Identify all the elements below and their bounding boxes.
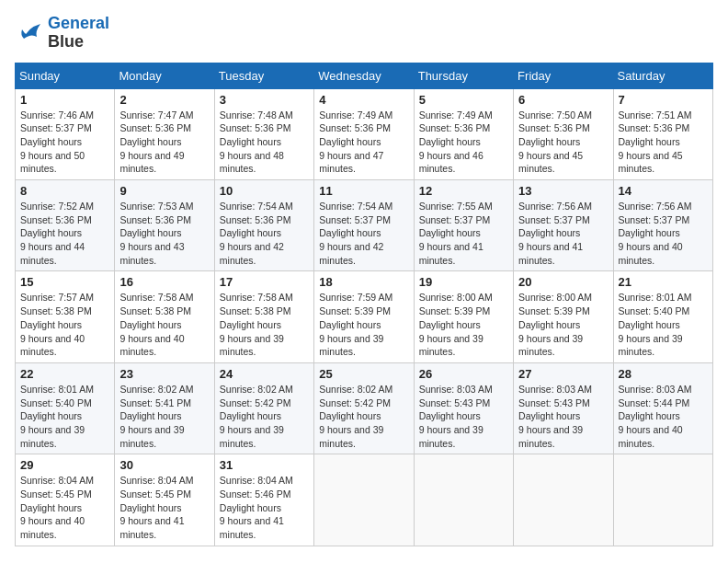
calendar-cell: 10 Sunrise: 7:54 AM Sunset: 5:36 PM Dayl… [214,180,313,271]
day-detail: Sunrise: 8:01 AM Sunset: 5:40 PM Dayligh… [20,383,109,450]
day-detail: Sunrise: 7:50 AM Sunset: 5:36 PM Dayligh… [518,109,608,176]
day-detail: Sunrise: 7:54 AM Sunset: 5:36 PM Dayligh… [220,200,309,267]
calendar-week-row: 22 Sunrise: 8:01 AM Sunset: 5:40 PM Dayl… [16,362,713,454]
day-number: 1 [20,93,109,107]
day-detail: Sunrise: 8:02 AM Sunset: 5:41 PM Dayligh… [119,383,209,450]
day-number: 30 [119,458,209,472]
logo-text: GeneralBlue [48,15,109,52]
day-detail: Sunrise: 7:51 AM Sunset: 5:36 PM Dayligh… [619,109,708,176]
day-detail: Sunrise: 7:56 AM Sunset: 5:37 PM Dayligh… [518,200,608,267]
day-number: 14 [619,184,708,198]
day-number: 12 [419,184,508,198]
calendar-cell: 19 Sunrise: 8:00 AM Sunset: 5:39 PM Dayl… [414,271,513,362]
day-detail: Sunrise: 7:54 AM Sunset: 5:37 PM Dayligh… [319,200,408,267]
calendar-cell: 3 Sunrise: 7:48 AM Sunset: 5:36 PM Dayli… [214,88,313,179]
day-number: 13 [518,184,608,198]
calendar-cell: 1 Sunrise: 7:46 AM Sunset: 5:37 PM Dayli… [16,88,115,179]
logo: GeneralBlue [15,15,109,52]
day-detail: Sunrise: 7:52 AM Sunset: 5:36 PM Dayligh… [20,200,109,267]
day-number: 17 [220,275,309,289]
calendar-week-row: 15 Sunrise: 7:57 AM Sunset: 5:38 PM Dayl… [16,271,713,362]
day-detail: Sunrise: 7:49 AM Sunset: 5:36 PM Dayligh… [319,109,408,176]
calendar-cell: 26 Sunrise: 8:03 AM Sunset: 5:43 PM Dayl… [414,362,513,454]
weekday-header: Tuesday [214,63,313,88]
calendar-cell: 16 Sunrise: 7:58 AM Sunset: 5:38 PM Dayl… [115,271,214,362]
day-detail: Sunrise: 7:58 AM Sunset: 5:38 PM Dayligh… [119,291,209,358]
calendar-cell: 28 Sunrise: 8:03 AM Sunset: 5:44 PM Dayl… [613,362,712,454]
weekday-header: Monday [115,63,214,88]
day-number: 31 [220,458,309,472]
day-number: 3 [220,93,309,107]
calendar-cell: 25 Sunrise: 8:02 AM Sunset: 5:42 PM Dayl… [314,362,414,454]
day-number: 21 [619,275,708,289]
calendar-cell: 23 Sunrise: 8:02 AM Sunset: 5:41 PM Dayl… [115,362,214,454]
day-detail: Sunrise: 7:56 AM Sunset: 5:37 PM Dayligh… [619,200,708,267]
weekday-header: Wednesday [314,63,414,88]
calendar-week-row: 8 Sunrise: 7:52 AM Sunset: 5:36 PM Dayli… [16,180,713,271]
day-number: 24 [220,367,309,381]
day-number: 6 [518,93,608,107]
day-number: 20 [518,275,608,289]
calendar-cell: 15 Sunrise: 7:57 AM Sunset: 5:38 PM Dayl… [16,271,115,362]
day-number: 18 [319,275,408,289]
day-number: 28 [619,367,708,381]
day-detail: Sunrise: 7:55 AM Sunset: 5:37 PM Dayligh… [419,200,508,267]
calendar-cell: 27 Sunrise: 8:03 AM Sunset: 5:43 PM Dayl… [514,362,613,454]
day-detail: Sunrise: 7:47 AM Sunset: 5:36 PM Dayligh… [119,109,209,176]
day-detail: Sunrise: 8:04 AM Sunset: 5:45 PM Dayligh… [20,474,109,541]
day-detail: Sunrise: 8:04 AM Sunset: 5:46 PM Dayligh… [220,474,309,541]
calendar-cell: 20 Sunrise: 8:00 AM Sunset: 5:39 PM Dayl… [514,271,613,362]
weekday-header: Saturday [613,63,712,88]
day-number: 23 [119,367,209,381]
calendar-cell: 13 Sunrise: 7:56 AM Sunset: 5:37 PM Dayl… [514,180,613,271]
day-number: 9 [119,184,209,198]
day-number: 22 [20,367,109,381]
day-number: 26 [419,367,508,381]
calendar-cell: 7 Sunrise: 7:51 AM Sunset: 5:36 PM Dayli… [613,88,712,179]
calendar-cell: 8 Sunrise: 7:52 AM Sunset: 5:36 PM Dayli… [16,180,115,271]
day-number: 15 [20,275,109,289]
day-number: 25 [319,367,408,381]
logo-icon [15,20,44,46]
calendar-cell [414,454,513,546]
day-detail: Sunrise: 7:48 AM Sunset: 5:36 PM Dayligh… [220,109,309,176]
calendar-week-row: 29 Sunrise: 8:04 AM Sunset: 5:45 PM Dayl… [16,454,713,546]
day-number: 4 [319,93,408,107]
calendar-cell: 21 Sunrise: 8:01 AM Sunset: 5:40 PM Dayl… [613,271,712,362]
calendar-cell: 12 Sunrise: 7:55 AM Sunset: 5:37 PM Dayl… [414,180,513,271]
day-detail: Sunrise: 8:03 AM Sunset: 5:43 PM Dayligh… [419,383,508,450]
calendar-cell: 24 Sunrise: 8:02 AM Sunset: 5:42 PM Dayl… [214,362,313,454]
day-number: 10 [220,184,309,198]
day-number: 8 [20,184,109,198]
day-detail: Sunrise: 8:01 AM Sunset: 5:40 PM Dayligh… [619,291,708,358]
calendar-cell [613,454,712,546]
day-detail: Sunrise: 8:03 AM Sunset: 5:44 PM Dayligh… [619,383,708,450]
calendar-cell: 18 Sunrise: 7:59 AM Sunset: 5:39 PM Dayl… [314,271,414,362]
calendar-cell: 4 Sunrise: 7:49 AM Sunset: 5:36 PM Dayli… [314,88,414,179]
day-detail: Sunrise: 7:57 AM Sunset: 5:38 PM Dayligh… [20,291,109,358]
calendar-table: SundayMondayTuesdayWednesdayThursdayFrid… [15,63,713,546]
day-detail: Sunrise: 8:02 AM Sunset: 5:42 PM Dayligh… [319,383,408,450]
calendar-cell: 22 Sunrise: 8:01 AM Sunset: 5:40 PM Dayl… [16,362,115,454]
day-number: 27 [518,367,608,381]
calendar-cell: 6 Sunrise: 7:50 AM Sunset: 5:36 PM Dayli… [514,88,613,179]
day-detail: Sunrise: 7:49 AM Sunset: 5:36 PM Dayligh… [419,109,508,176]
day-number: 11 [319,184,408,198]
calendar-cell: 14 Sunrise: 7:56 AM Sunset: 5:37 PM Dayl… [613,180,712,271]
day-number: 7 [619,93,708,107]
calendar-cell: 30 Sunrise: 8:04 AM Sunset: 5:45 PM Dayl… [115,454,214,546]
day-number: 2 [119,93,209,107]
day-number: 16 [119,275,209,289]
day-detail: Sunrise: 7:46 AM Sunset: 5:37 PM Dayligh… [20,109,109,176]
calendar-cell: 17 Sunrise: 7:58 AM Sunset: 5:38 PM Dayl… [214,271,313,362]
day-detail: Sunrise: 8:00 AM Sunset: 5:39 PM Dayligh… [518,291,608,358]
day-detail: Sunrise: 7:59 AM Sunset: 5:39 PM Dayligh… [319,291,408,358]
calendar-cell: 11 Sunrise: 7:54 AM Sunset: 5:37 PM Dayl… [314,180,414,271]
page-header: GeneralBlue [15,15,713,52]
day-detail: Sunrise: 8:00 AM Sunset: 5:39 PM Dayligh… [419,291,508,358]
day-detail: Sunrise: 8:02 AM Sunset: 5:42 PM Dayligh… [220,383,309,450]
day-number: 29 [20,458,109,472]
weekday-header: Friday [514,63,613,88]
weekday-header: Thursday [414,63,513,88]
calendar-cell: 5 Sunrise: 7:49 AM Sunset: 5:36 PM Dayli… [414,88,513,179]
